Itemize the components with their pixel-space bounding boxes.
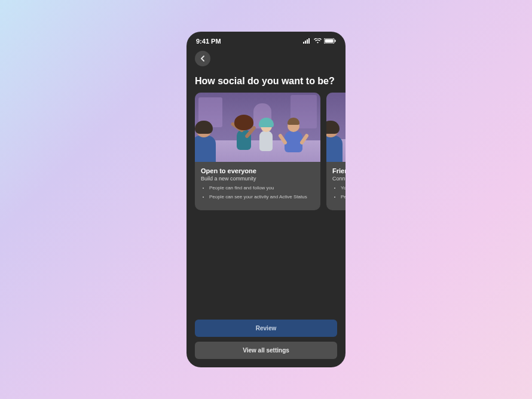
card-open-to-everyone[interactable]: Open to everyone Build a new community P… (195, 93, 320, 210)
status-icons (303, 38, 336, 45)
footer-buttons: Review View all settings (195, 320, 337, 359)
card-illustration (326, 93, 346, 162)
back-button[interactable] (195, 51, 210, 66)
status-time: 9:41 PM (196, 38, 221, 45)
chevron-left-icon (200, 53, 205, 64)
card-title: Open to everyone (201, 167, 314, 174)
page-title: How social do you want to be? (186, 66, 346, 93)
card-title: Frien (332, 167, 346, 174)
card-illustration (195, 93, 320, 162)
wifi-icon (314, 38, 322, 45)
phone-frame: 9:41 PM How social do you want to be? (186, 32, 346, 367)
svg-rect-2 (307, 39, 308, 44)
card-subtitle: Build a new community (201, 176, 314, 182)
card-bullet-list: Yo Pe an (332, 185, 346, 201)
signal-icon (303, 38, 311, 45)
svg-rect-3 (308, 38, 310, 44)
cards-carousel[interactable]: Open to everyone Build a new community P… (186, 93, 346, 210)
card-bullet-list: People can find and follow you People ca… (201, 185, 314, 201)
battery-icon (324, 38, 336, 45)
status-bar: 9:41 PM (186, 32, 346, 47)
card-bullet: People can find and follow you (209, 185, 314, 192)
card-subtitle: Conn (332, 176, 346, 182)
card-bullet: Pe an (341, 194, 346, 201)
card-body: Open to everyone Build a new community P… (195, 162, 320, 210)
card-bullet: Yo (341, 185, 346, 192)
svg-rect-6 (335, 40, 336, 42)
card-body: Frien Conn Yo Pe an (326, 162, 346, 210)
review-button[interactable]: Review (195, 320, 337, 337)
card-friends[interactable]: Frien Conn Yo Pe an (326, 93, 346, 210)
card-bullet: People can see your activity and Active … (209, 194, 314, 201)
svg-rect-0 (303, 42, 304, 44)
svg-rect-1 (305, 41, 306, 44)
svg-rect-5 (325, 39, 334, 43)
view-all-settings-button[interactable]: View all settings (195, 342, 337, 359)
